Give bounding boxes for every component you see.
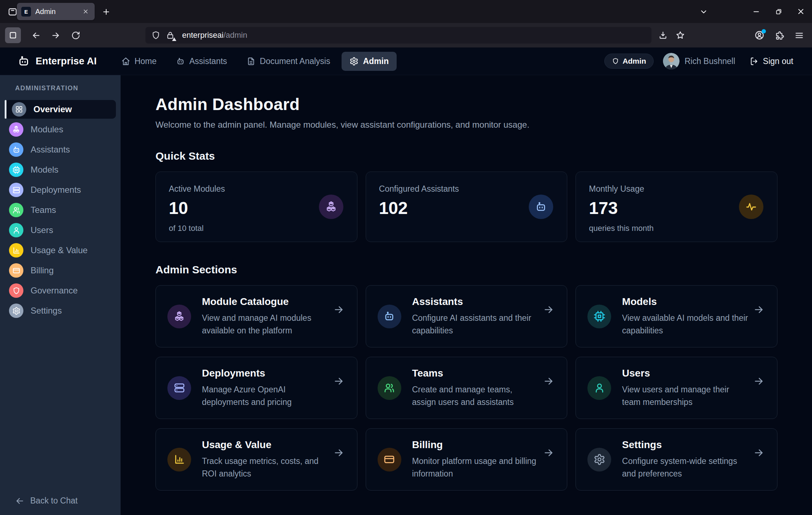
section-card-text: Settings Configure system-wide settings … (622, 439, 748, 480)
list-tabs-button[interactable] (697, 5, 710, 19)
reload-button[interactable] (68, 27, 84, 43)
sidebar-item-usage-value[interactable]: Usage & Value (5, 241, 116, 260)
reload-icon (71, 31, 80, 40)
downloads-button[interactable] (655, 27, 671, 43)
stat-label: Monthly Usage (589, 184, 764, 194)
arrow-right-icon (333, 304, 344, 315)
section-card-title: Usage & Value (202, 439, 328, 451)
section-card-deployments[interactable]: Deployments Manage Azure OpenAI deployme… (155, 357, 357, 419)
stat-label: Configured Assistants (379, 184, 554, 194)
document-icon (247, 57, 256, 66)
robot-logo-icon (17, 55, 30, 68)
back-button[interactable] (28, 27, 44, 43)
section-card-users[interactable]: Users View users and manage their team m… (576, 357, 777, 419)
section-card-title: Deployments (202, 368, 328, 379)
arrow-right-icon (543, 376, 554, 387)
stat-sub: of 10 total (169, 224, 344, 233)
sidebar-item-billing[interactable]: Billing (5, 261, 116, 280)
bookmark-button[interactable] (672, 27, 688, 43)
sidebar-item-assistants[interactable]: Assistants (5, 140, 116, 159)
arrow-left-icon (15, 496, 24, 506)
arrow-right-icon (753, 304, 764, 315)
brand[interactable]: Enterprise AI (17, 55, 97, 68)
sidebar-item-label: Usage & Value (31, 245, 87, 255)
admin-sections-heading: Admin Sections (155, 264, 777, 276)
sidebar-item-settings[interactable]: Settings (5, 301, 116, 320)
arrow-right-icon (543, 447, 554, 458)
sidebar-item-modules[interactable]: Modules (5, 120, 116, 139)
stat-label: Active Modules (169, 184, 344, 194)
back-to-chat-link[interactable]: Back to Chat (15, 496, 78, 506)
close-icon (797, 7, 805, 16)
stat-card-active-modules: Active Modules 10 of 10 total (155, 172, 357, 242)
main-nav: Home Assistants Document Analysis Admin (113, 52, 397, 71)
shield-icon (9, 283, 23, 298)
section-card-text: Module Catalogue View and manage AI modu… (202, 296, 328, 337)
section-card-settings[interactable]: Settings Configure system-wide settings … (576, 428, 777, 491)
sidebar-item-label: Models (31, 165, 58, 175)
sidebar-item-label: Modules (31, 124, 63, 135)
section-card-description: View users and manage their team members… (622, 383, 748, 408)
section-card-teams[interactable]: Teams Create and manage teams, assign us… (366, 357, 568, 419)
account-button[interactable] (752, 27, 767, 43)
section-card-usage-value[interactable]: Usage & Value Track usage metrics, costs… (155, 428, 357, 491)
sidebar-item-overview[interactable]: Overview (5, 100, 116, 119)
url-domain: enterpriseai (182, 31, 224, 40)
stat-value: 173 (589, 198, 764, 218)
section-card-description: Track usage metrics, costs, and ROI anal… (202, 455, 328, 480)
stat-card-monthly-usage: Monthly Usage 173 queries this month (576, 172, 777, 242)
tab-close-icon[interactable] (81, 7, 90, 16)
warning-triangle-icon (172, 37, 176, 41)
sidebar-item-deployments[interactable]: Deployments (5, 181, 116, 199)
forward-button[interactable] (48, 27, 63, 43)
lock-icon[interactable] (166, 31, 175, 40)
close-button[interactable] (790, 0, 812, 23)
section-card-assistants[interactable]: Assistants Configure AI assistants and t… (366, 285, 568, 347)
sidebar-item-label: Deployments (31, 185, 81, 195)
maximize-button[interactable] (767, 0, 790, 23)
cubes-icon (319, 195, 343, 219)
sidebar-item-models[interactable]: Models (5, 160, 116, 179)
home-icon (121, 57, 130, 66)
arrow-right-icon (753, 447, 764, 458)
cubes-icon (167, 305, 191, 328)
section-card-billing[interactable]: Billing Monitor platform usage and billi… (366, 428, 568, 491)
nav-item-assistants[interactable]: Assistants (168, 52, 235, 71)
nav-item-document-analysis[interactable]: Document Analysis (239, 52, 338, 71)
stat-sub: queries this month (589, 224, 764, 233)
sidebar-item-users[interactable]: Users (5, 221, 116, 240)
url-bar[interactable]: enterpriseai/admin (145, 27, 651, 44)
back-arrow-icon (31, 31, 41, 40)
arrow-right-icon (543, 304, 554, 315)
section-card-models[interactable]: Models View available AI models and thei… (576, 285, 777, 347)
admin-sidebar: ADMINISTRATION Overview Modules Assistan… (0, 75, 121, 515)
sidebar-item-governance[interactable]: Governance (5, 281, 116, 300)
user-chip: Rich Bushnell (663, 53, 735, 69)
section-card-text: Assistants Configure AI assistants and t… (412, 296, 538, 337)
nav-item-admin[interactable]: Admin (342, 52, 397, 71)
sign-out-button[interactable]: Sign out (750, 56, 793, 66)
section-card-title: Users (622, 368, 748, 379)
section-card-module-catalogue[interactable]: Module Catalogue View and manage AI modu… (155, 285, 357, 347)
quick-stats-row: Active Modules 10 of 10 total Configured… (155, 172, 777, 242)
chip-icon (9, 163, 23, 177)
nav-item-home[interactable]: Home (113, 52, 164, 71)
sidebar-item-teams[interactable]: Teams (5, 201, 116, 219)
section-card-text: Models View available AI models and thei… (622, 296, 748, 337)
arrow-right-icon (753, 376, 764, 387)
bar-chart-icon (167, 448, 191, 471)
gear-icon (349, 57, 358, 66)
section-card-description: Monitor platform usage and billing infor… (412, 455, 538, 480)
new-tab-button[interactable] (100, 6, 112, 18)
sidebar-item-label: Assistants (31, 145, 70, 155)
menu-button[interactable] (791, 27, 807, 43)
extensions-button[interactable] (772, 27, 788, 43)
sidebar-toggle-button[interactable] (5, 27, 21, 43)
robot-icon (176, 57, 185, 66)
user-icon (9, 223, 23, 237)
section-card-title: Billing (412, 439, 538, 451)
browser-tab[interactable]: E Admin (17, 3, 95, 20)
tracking-shield-icon[interactable] (151, 31, 161, 40)
minimize-button[interactable] (745, 0, 767, 23)
browser-toolbar: enterpriseai/admin (0, 23, 812, 47)
